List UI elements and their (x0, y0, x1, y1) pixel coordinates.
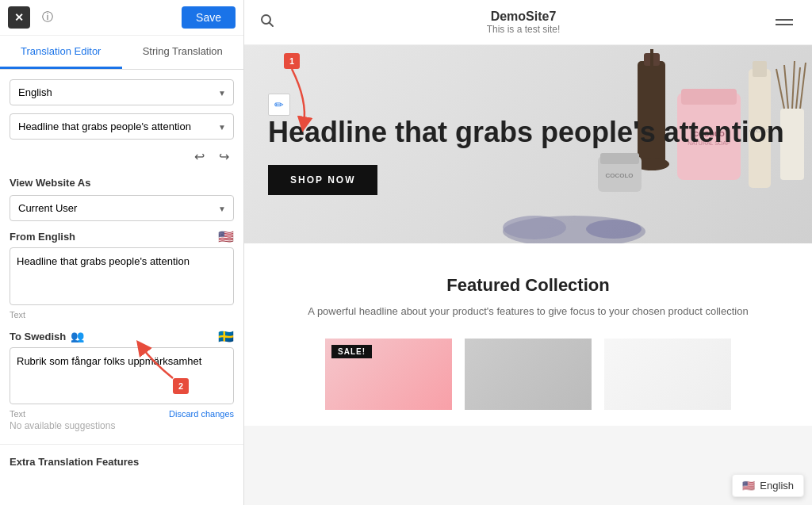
menu-button[interactable] (772, 16, 796, 29)
language-select[interactable]: English (10, 79, 234, 105)
undo-button[interactable]: ↩ (191, 147, 208, 166)
top-bar: ✕ ⓘ Save (0, 0, 243, 36)
tab-translation-editor[interactable]: Translation Editor (0, 36, 122, 69)
menu-line-2 (776, 24, 793, 25)
panel-body: English ▼ Headline that grabs people's a… (0, 70, 243, 441)
english-flag-icon: 🇺🇸 (218, 229, 234, 244)
site-header: DemoSite7 This is a test site! (244, 0, 812, 45)
redo-button[interactable]: ↪ (216, 147, 232, 166)
site-header-center: DemoSite7 This is a test site! (487, 10, 561, 35)
left-panel: ✕ ⓘ Save Translation Editor String Trans… (0, 0, 244, 505)
english-badge[interactable]: 🇺🇸 English (732, 474, 804, 497)
to-swedish-textarea-wrap: Rubrik som fångar folks uppmärksamhet (10, 347, 234, 408)
to-swedish-section: To Swedish 👥 🇸🇪 Rubrik som fångar folks … (10, 327, 234, 432)
english-badge-flag: 🇺🇸 (742, 480, 755, 492)
close-button[interactable]: ✕ (8, 6, 30, 29)
product-card-img-3 (604, 339, 731, 410)
shop-now-button[interactable]: SHOP NOW (268, 165, 377, 195)
no-suggestions-label: No available suggestions (10, 420, 234, 431)
svg-point-23 (503, 216, 566, 239)
annotation-arrow-1 (268, 69, 316, 132)
extra-features-label: Extra Translation Features (10, 456, 139, 468)
sale-badge-1: SALE! (331, 345, 372, 358)
to-swedish-textarea[interactable]: Rubrik som fångar folks uppmärksamhet (10, 347, 234, 405)
from-english-type-label: Text (10, 310, 234, 319)
view-as-label: View Website As (10, 177, 234, 189)
to-swedish-header: To Swedish 👥 🇸🇪 (10, 329, 234, 344)
hero-headline: Headline that grabs people's attention (268, 116, 784, 148)
site-title: DemoSite7 (487, 10, 561, 24)
to-swedish-label: To Swedish (10, 331, 66, 342)
view-as-section: View Website As Current User ▼ (10, 174, 234, 221)
from-english-header: From English 🇺🇸 (10, 229, 234, 244)
svg-line-1 (270, 22, 274, 26)
svg-point-24 (586, 220, 642, 239)
to-swedish-left: To Swedish 👥 (10, 330, 84, 342)
search-button[interactable] (260, 13, 274, 32)
annotation-badge-1: 1 (284, 53, 300, 69)
collab-icon: 👥 (71, 330, 84, 342)
string-select-wrap[interactable]: Headline that grabs people's attention ▼ (10, 113, 234, 140)
search-icon (260, 13, 274, 28)
featured-subtitle: A powerful headline about your product's… (290, 304, 766, 319)
swedish-flag-icon: 🇸🇪 (218, 329, 234, 344)
product-card-2 (465, 339, 592, 410)
language-select-wrap[interactable]: English ▼ (10, 79, 234, 105)
product-card-img-2 (465, 339, 592, 410)
from-english-label: From English (10, 231, 75, 243)
extra-features-section: Extra Translation Features (0, 444, 243, 478)
undo-redo-row: ↩ ↪ (10, 147, 234, 166)
hero-section: 1 ✏ Headline that grabs people's attenti… (244, 45, 812, 243)
hero-content: ✏ Headline that grabs people's attention… (244, 70, 812, 218)
to-swedish-type-label: Text (10, 409, 25, 419)
featured-title: Featured Collection (260, 275, 796, 296)
tab-bar: Translation Editor String Translation (0, 36, 243, 70)
annotation-1: 1 (268, 53, 316, 132)
view-as-select-wrap[interactable]: Current User ▼ (10, 195, 234, 221)
info-button[interactable]: ⓘ (36, 6, 59, 29)
product-cards-row: SALE! (260, 339, 796, 410)
save-button[interactable]: Save (182, 6, 236, 29)
view-as-select[interactable]: Current User (10, 195, 234, 221)
from-english-textarea-wrap: Headline that grabs people's attention (10, 247, 234, 308)
from-english-section: From English 🇺🇸 Headline that grabs peop… (10, 229, 234, 319)
site-subtitle: This is a test site! (487, 24, 561, 35)
right-panel: DemoSite7 This is a test site! 1 ✏ Headl… (244, 0, 812, 505)
string-select[interactable]: Headline that grabs people's attention (10, 113, 234, 140)
product-card-3 (604, 339, 731, 410)
featured-section: Featured Collection A powerful headline … (244, 243, 812, 426)
from-english-textarea[interactable]: Headline that grabs people's attention (10, 247, 234, 305)
english-badge-label: English (760, 480, 794, 492)
tab-string-translation[interactable]: String Translation (122, 36, 244, 69)
menu-line-1 (776, 19, 793, 21)
discard-changes-link[interactable]: Discard changes (169, 409, 234, 419)
product-card-1: SALE! (325, 339, 452, 410)
